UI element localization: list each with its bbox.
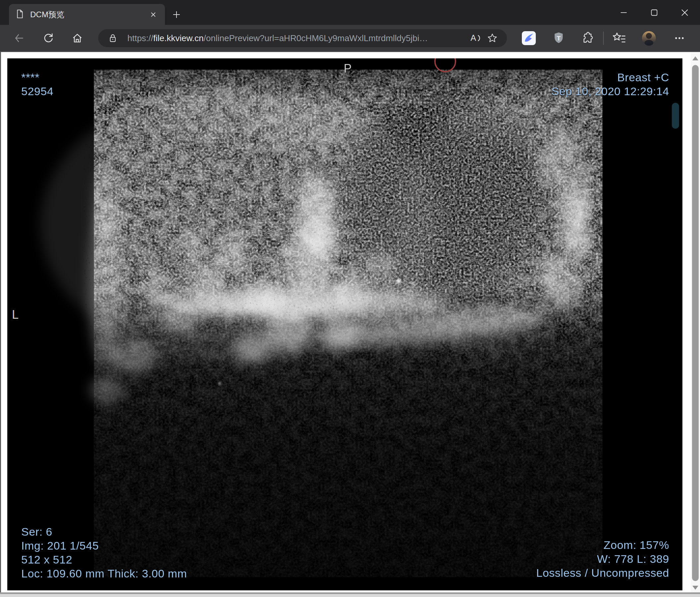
svg-text:T: T <box>557 35 561 42</box>
address-bar[interactable]: https://file.kkview.cn/onlinePreview?url… <box>98 29 507 47</box>
back-button[interactable] <box>10 29 28 47</box>
extension-bird[interactable] <box>520 29 538 47</box>
orientation-marker-left: L <box>12 308 19 322</box>
patient-id: 52954 <box>21 84 53 98</box>
mri-scan-image <box>7 58 682 590</box>
tab-close-icon[interactable] <box>148 9 159 20</box>
window-controls <box>608 0 700 25</box>
tab-strip: DCM预览 <box>0 0 700 25</box>
maximize-button[interactable] <box>639 0 670 25</box>
scrollbar-thumb[interactable] <box>692 65 699 581</box>
svg-text:A: A <box>470 33 476 43</box>
scroll-up-arrow-icon[interactable] <box>692 56 698 60</box>
extension-tampermonkey-shield[interactable]: T <box>550 29 567 47</box>
study-info-overlay: Breast +C Sep 10, 2020 12:29:14 <box>551 70 669 98</box>
window-level: W: 778 L: 389 <box>536 552 669 566</box>
display-info-overlay: Zoom: 157% W: 778 L: 389 Lossless / Unco… <box>536 538 669 580</box>
patient-info-overlay: **** 52954 <box>21 70 53 98</box>
home-button[interactable] <box>68 29 86 47</box>
zoom-level: Zoom: 157% <box>536 538 669 552</box>
series-info-overlay: Ser: 6 Img: 201 1/545 512 x 512 Loc: 109… <box>21 525 187 580</box>
slice-location: Loc: 109.60 mm Thick: 3.00 mm <box>21 567 187 580</box>
minimize-button[interactable] <box>608 0 639 25</box>
image-matrix: 512 x 512 <box>21 552 187 567</box>
scroll-down-arrow-icon[interactable] <box>692 586 698 590</box>
favorite-star-icon[interactable] <box>485 31 500 46</box>
extensions-puzzle-icon[interactable] <box>579 29 596 47</box>
page-icon <box>15 9 25 20</box>
page-scrollbar[interactable] <box>691 53 700 593</box>
compression-info: Lossless / Uncompressed <box>536 566 669 580</box>
window-bottom-edge <box>0 594 700 597</box>
browser-toolbar: https://file.kkview.cn/onlinePreview?url… <box>0 25 700 51</box>
settings-menu-icon[interactable] <box>671 29 688 47</box>
series-scroll-indicator[interactable] <box>672 103 679 129</box>
series-number: Ser: 6 <box>21 525 187 539</box>
url-text: https://file.kkview.cn/onlinePreview?url… <box>127 33 465 44</box>
lock-icon[interactable] <box>105 31 120 46</box>
study-description: Breast +C <box>551 70 669 84</box>
url-host: file.kkview.cn <box>153 33 204 43</box>
url-scheme: https:// <box>127 33 153 43</box>
collections-icon[interactable] <box>610 29 628 47</box>
toolbar-divider <box>603 31 604 45</box>
close-button[interactable] <box>670 0 700 25</box>
window-left-border <box>0 52 1 597</box>
browser-tab[interactable]: DCM预览 <box>9 4 165 25</box>
study-datetime: Sep 10, 2020 12:29:14 <box>551 84 669 98</box>
url-path: /onlinePreview?url=aHR0cHM6Ly9maWxlLmtrd… <box>204 33 428 43</box>
new-tab-button[interactable] <box>170 8 183 21</box>
refresh-button[interactable] <box>39 29 58 47</box>
orientation-marker-posterior: P <box>344 62 352 76</box>
tab-title: DCM预览 <box>30 9 142 20</box>
read-aloud-icon[interactable]: A <box>468 31 482 46</box>
dicom-viewer[interactable]: **** 52954 Breast +C Sep 10, 2020 12:29:… <box>7 58 682 590</box>
browser-window: DCM预览 <box>0 0 700 597</box>
image-number: Img: 201 1/545 <box>21 539 187 552</box>
profile-avatar[interactable] <box>640 29 657 47</box>
patient-name-masked: **** <box>21 70 53 84</box>
